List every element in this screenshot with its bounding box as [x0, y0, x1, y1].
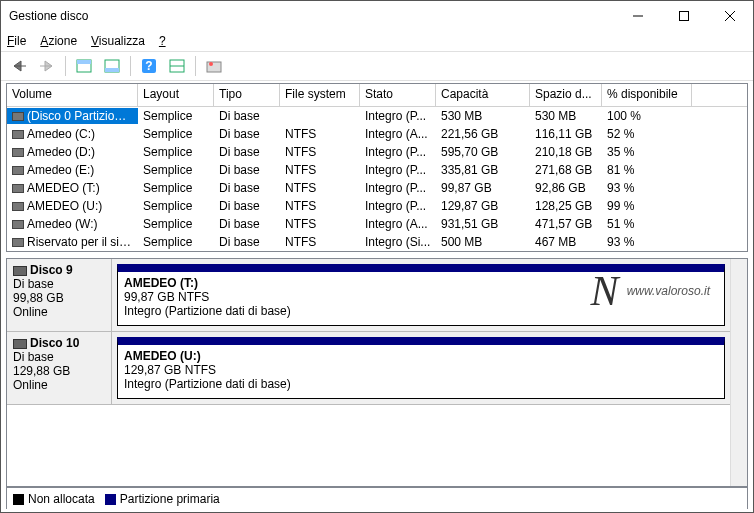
table-row[interactable]: Amedeo (E:)SempliceDi baseNTFSIntegro (P… [7, 161, 747, 179]
cell: NTFS [280, 180, 360, 196]
cell: Semplice [138, 180, 214, 196]
table-header: Volume Layout Tipo File system Stato Cap… [7, 84, 747, 107]
cell: Amedeo (D:) [7, 144, 138, 160]
menu-view[interactable]: Visualizza [91, 34, 145, 48]
volume-icon [12, 220, 24, 229]
cell: 93 % [602, 234, 692, 250]
col-stato[interactable]: Stato [360, 84, 436, 106]
partition-size: 99,87 GB NTFS [124, 290, 718, 304]
partition-status: Integro (Partizione dati di base) [124, 304, 718, 318]
cell: Integro (P... [360, 108, 436, 124]
cell: AMEDEO (T:) [7, 180, 138, 196]
cell: 530 MB [530, 108, 602, 124]
disk-status: Online [13, 305, 105, 319]
col-layout[interactable]: Layout [138, 84, 214, 106]
table-row[interactable]: AMEDEO (T:)SempliceDi baseNTFSIntegro (P… [7, 179, 747, 197]
volume-icon [12, 112, 24, 121]
titlebar: Gestione disco [1, 1, 753, 31]
disk-body: Nwww.valoroso.itAMEDEO (T:)99,87 GB NTFS… [112, 259, 730, 331]
table-row[interactable]: AMEDEO (U:)SempliceDi baseNTFSIntegro (P… [7, 197, 747, 215]
cell: Integro (P... [360, 198, 436, 214]
legend-primary: Partizione primaria [105, 492, 220, 506]
cell: 335,81 GB [436, 162, 530, 178]
cell: Di base [214, 198, 280, 214]
volume-icon [12, 130, 24, 139]
menu-action[interactable]: Azione [40, 34, 77, 48]
cell: AMEDEO (U:) [7, 198, 138, 214]
col-volume[interactable]: Volume [7, 84, 138, 106]
view-top-button[interactable] [72, 54, 96, 78]
col-filesystem[interactable]: File system [280, 84, 360, 106]
disk-type: Di base [13, 350, 105, 364]
cell: Integro (P... [360, 144, 436, 160]
svg-rect-7 [77, 60, 91, 64]
col-tipo[interactable]: Tipo [214, 84, 280, 106]
cell: Integro (P... [360, 162, 436, 178]
svg-rect-1 [680, 12, 689, 21]
col-spazio[interactable]: Spazio d... [530, 84, 602, 106]
table-row[interactable]: (Disco 0 Partizione...SempliceDi baseInt… [7, 107, 747, 125]
cell: 530 MB [436, 108, 530, 124]
partition-size: 129,87 GB NTFS [124, 363, 718, 377]
col-percent[interactable]: % disponibile [602, 84, 692, 106]
cell: Semplice [138, 234, 214, 250]
legend-unallocated: Non allocata [13, 492, 95, 506]
cell: Riservato per il sist... [7, 234, 138, 250]
cell: NTFS [280, 198, 360, 214]
disk-size: 99,88 GB [13, 291, 105, 305]
svg-text:?: ? [145, 59, 152, 73]
partition-name: AMEDEO (U:) [124, 349, 718, 363]
view-bottom-button[interactable] [100, 54, 124, 78]
disk-meta[interactable]: Disco 10Di base129,88 GBOnline [7, 332, 112, 404]
cell: Semplice [138, 126, 214, 142]
cell: 931,51 GB [436, 216, 530, 232]
svg-rect-9 [105, 68, 119, 72]
cell: 471,57 GB [530, 216, 602, 232]
cell: Amedeo (E:) [7, 162, 138, 178]
legend: Non allocata Partizione primaria [6, 487, 748, 509]
table-row[interactable]: Amedeo (C:)SempliceDi baseNTFSIntegro (A… [7, 125, 747, 143]
col-capacita[interactable]: Capacità [436, 84, 530, 106]
cell: 51 % [602, 216, 692, 232]
partition[interactable]: AMEDEO (U:)129,87 GB NTFSIntegro (Partiz… [117, 337, 725, 399]
menu-help[interactable]: ? [159, 34, 166, 48]
scrollbar[interactable] [730, 259, 747, 486]
forward-button[interactable] [35, 54, 59, 78]
cell: 92,86 GB [530, 180, 602, 196]
table-row[interactable]: Amedeo (D:)SempliceDi baseNTFSIntegro (P… [7, 143, 747, 161]
disk-panel: Disco 9Di base99,88 GBOnlineNwww.valoros… [6, 258, 748, 487]
help-button[interactable]: ? [137, 54, 161, 78]
menu-file[interactable]: File [7, 34, 26, 48]
disk-body: AMEDEO (U:)129,87 GB NTFSIntegro (Partiz… [112, 332, 730, 404]
disk-icon [13, 339, 27, 349]
cell: Semplice [138, 144, 214, 160]
table-row[interactable]: Riservato per il sist...SempliceDi baseN… [7, 233, 747, 251]
cell: Di base [214, 162, 280, 178]
maximize-button[interactable] [661, 1, 707, 31]
cell: 500 MB [436, 234, 530, 250]
cell: NTFS [280, 144, 360, 160]
cell: NTFS [280, 216, 360, 232]
disk-meta[interactable]: Disco 9Di base99,88 GBOnline [7, 259, 112, 331]
cell: Integro (A... [360, 216, 436, 232]
table-row[interactable]: Amedeo (W:)SempliceDi baseNTFSIntegro (A… [7, 215, 747, 233]
cell: 210,18 GB [530, 144, 602, 160]
properties-button[interactable] [202, 54, 226, 78]
cell: 128,25 GB [530, 198, 602, 214]
disk-size: 129,88 GB [13, 364, 105, 378]
view-split-button[interactable] [165, 54, 189, 78]
window-title: Gestione disco [9, 9, 615, 23]
close-button[interactable] [707, 1, 753, 31]
back-button[interactable] [7, 54, 31, 78]
menubar: File Azione Visualizza ? [1, 31, 753, 51]
cell: Amedeo (W:) [7, 216, 138, 232]
cell: 99 % [602, 198, 692, 214]
cell: Semplice [138, 198, 214, 214]
partition[interactable]: AMEDEO (T:)99,87 GB NTFSIntegro (Partizi… [117, 264, 725, 326]
cell: Di base [214, 180, 280, 196]
table-body: (Disco 0 Partizione...SempliceDi baseInt… [7, 107, 747, 251]
minimize-button[interactable] [615, 1, 661, 31]
cell: Amedeo (C:) [7, 126, 138, 142]
partition-status: Integro (Partizione dati di base) [124, 377, 718, 391]
cell: 81 % [602, 162, 692, 178]
